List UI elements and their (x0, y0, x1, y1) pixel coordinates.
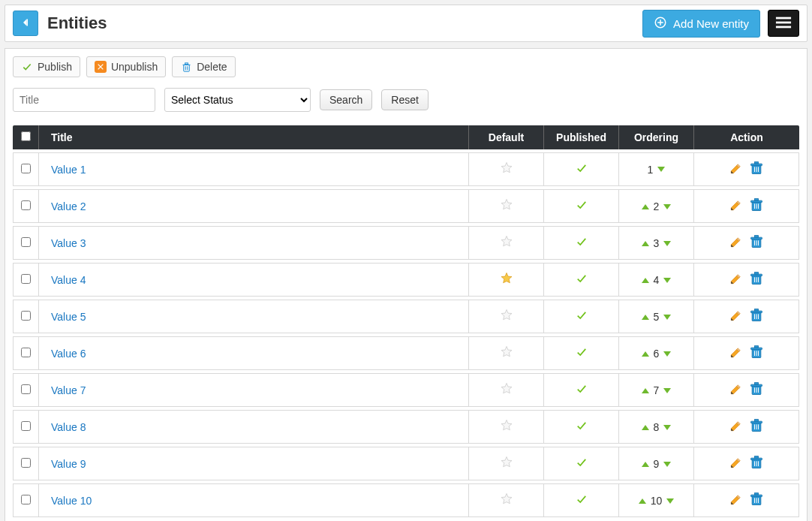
unpublish-label: Unpublish (111, 61, 158, 73)
row-checkbox[interactable] (21, 348, 31, 357)
entity-title-link[interactable]: Value 8 (51, 421, 86, 433)
published-check-icon[interactable] (575, 237, 588, 249)
order-up-icon[interactable] (642, 388, 649, 393)
edit-icon[interactable] (729, 492, 743, 508)
entity-title-link[interactable]: Value 3 (51, 237, 86, 249)
delete-row-icon[interactable] (749, 418, 764, 435)
star-empty-icon[interactable] (500, 496, 513, 508)
edit-icon[interactable] (729, 456, 743, 471)
entity-title-link[interactable]: Value 7 (51, 384, 86, 396)
add-new-entity-label: Add New entity (673, 17, 749, 30)
order-down-icon[interactable] (663, 462, 671, 467)
row-checkbox[interactable] (21, 458, 31, 468)
title-filter-input[interactable] (13, 88, 155, 112)
edit-icon[interactable] (729, 161, 743, 177)
row-checkbox[interactable] (21, 384, 31, 394)
published-check-icon[interactable] (575, 421, 588, 433)
order-number: 1 (648, 164, 654, 176)
delete-row-icon[interactable] (749, 234, 764, 251)
edit-icon[interactable] (729, 419, 743, 435)
star-empty-icon[interactable] (500, 423, 513, 435)
delete-row-icon[interactable] (749, 308, 764, 325)
entity-title-link[interactable]: Value 5 (51, 311, 86, 323)
row-checkbox[interactable] (21, 311, 31, 321)
delete-row-icon[interactable] (749, 197, 764, 215)
back-button[interactable] (13, 11, 38, 36)
order-up-icon[interactable] (642, 425, 649, 430)
order-up-icon[interactable] (642, 315, 649, 320)
order-up-icon[interactable] (642, 462, 649, 467)
delete-row-icon[interactable] (749, 492, 764, 509)
delete-label: Delete (197, 61, 227, 73)
published-check-icon[interactable] (575, 200, 588, 212)
order-down-icon[interactable] (663, 204, 671, 209)
order-down-icon[interactable] (657, 167, 665, 172)
delete-row-icon[interactable] (749, 161, 764, 178)
order-number: 2 (654, 200, 660, 212)
published-check-icon[interactable] (575, 164, 588, 176)
star-empty-icon[interactable] (500, 459, 513, 471)
entity-title-link[interactable]: Value 6 (51, 348, 86, 360)
order-down-icon[interactable] (663, 388, 671, 393)
table-row: Value 44 (13, 263, 799, 297)
search-button[interactable]: Search (320, 89, 372, 110)
edit-icon[interactable] (729, 272, 743, 288)
row-checkbox[interactable] (21, 237, 31, 247)
delete-row-icon[interactable] (749, 381, 764, 399)
row-checkbox[interactable] (21, 495, 31, 504)
published-check-icon[interactable] (575, 348, 588, 360)
star-empty-icon[interactable] (500, 349, 513, 361)
status-filter-select[interactable]: Select Status (164, 88, 311, 112)
unpublish-button[interactable]: Unpublish (86, 56, 166, 77)
edit-icon[interactable] (729, 345, 743, 361)
published-check-icon[interactable] (575, 495, 588, 507)
order-number: 5 (654, 311, 660, 323)
star-empty-icon[interactable] (500, 239, 513, 251)
add-new-entity-button[interactable]: Add New entity (642, 10, 760, 38)
star-filled-icon[interactable] (500, 276, 513, 288)
delete-row-icon[interactable] (749, 345, 764, 362)
entity-title-link[interactable]: Value 1 (51, 164, 86, 176)
order-down-icon[interactable] (663, 241, 671, 246)
select-all-checkbox[interactable] (21, 131, 31, 141)
order-down-icon[interactable] (666, 498, 674, 504)
order-up-icon[interactable] (642, 241, 649, 246)
edit-icon[interactable] (729, 235, 743, 251)
order-up-icon[interactable] (642, 204, 649, 209)
order-down-icon[interactable] (663, 425, 671, 430)
star-empty-icon[interactable] (500, 202, 513, 214)
order-up-icon[interactable] (642, 351, 649, 357)
order-up-icon[interactable] (642, 278, 649, 283)
row-checkbox[interactable] (21, 274, 31, 284)
star-empty-icon[interactable] (500, 386, 513, 398)
entity-title-link[interactable]: Value 10 (51, 495, 92, 507)
row-checkbox[interactable] (21, 200, 31, 210)
order-down-icon[interactable] (663, 278, 671, 283)
published-check-icon[interactable] (575, 311, 588, 323)
table-row: Value 99 (13, 447, 799, 480)
entity-title-link[interactable]: Value 2 (51, 200, 86, 212)
edit-icon[interactable] (729, 309, 743, 324)
order-up-icon[interactable] (639, 498, 646, 504)
row-checkbox[interactable] (21, 164, 31, 173)
row-checkbox[interactable] (21, 421, 31, 431)
order-down-icon[interactable] (663, 351, 671, 357)
star-empty-icon[interactable] (500, 312, 513, 324)
menu-button[interactable] (768, 10, 799, 37)
svg-rect-4 (776, 17, 791, 19)
entity-title-link[interactable]: Value 4 (51, 274, 86, 286)
entity-title-link[interactable]: Value 9 (51, 458, 86, 470)
reset-button[interactable]: Reset (381, 89, 429, 110)
published-check-icon[interactable] (575, 274, 588, 286)
delete-row-icon[interactable] (749, 455, 764, 472)
published-check-icon[interactable] (575, 458, 588, 470)
edit-icon[interactable] (729, 198, 743, 214)
back-arrow-icon (19, 16, 32, 32)
order-down-icon[interactable] (663, 315, 671, 320)
published-check-icon[interactable] (575, 384, 588, 396)
edit-icon[interactable] (729, 382, 743, 398)
delete-row-icon[interactable] (749, 271, 764, 288)
star-empty-icon[interactable] (500, 165, 513, 177)
publish-button[interactable]: Publish (13, 56, 80, 77)
delete-button[interactable]: Delete (172, 56, 235, 77)
